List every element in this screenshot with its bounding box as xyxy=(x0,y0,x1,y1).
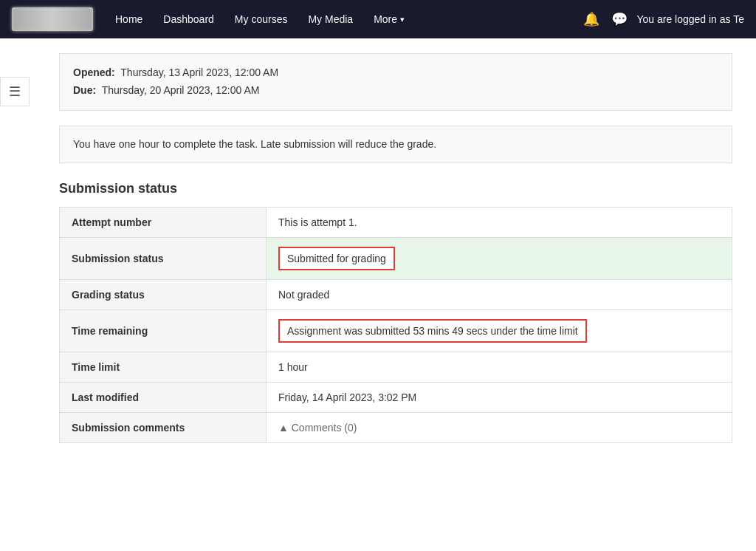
table-row: Grading status Not graded xyxy=(60,279,732,309)
row-label-last-modified: Last modified xyxy=(60,382,267,412)
row-value-grading-status: Not graded xyxy=(267,279,732,309)
table-row: Time remaining Assignment was submitted … xyxy=(60,309,732,352)
opened-row: Opened: Thursday, 13 April 2023, 12:00 A… xyxy=(73,64,718,82)
row-label-grading-status: Grading status xyxy=(60,279,267,309)
row-label-submission-comments: Submission comments xyxy=(60,412,267,442)
chevron-down-icon: ▾ xyxy=(400,15,405,24)
row-label-time-limit: Time limit xyxy=(60,352,267,382)
hamburger-icon: ☰ xyxy=(9,83,21,100)
row-value-time-remaining: Assignment was submitted 53 mins 49 secs… xyxy=(267,309,732,352)
row-value-last-modified: Friday, 14 April 2023, 3:02 PM xyxy=(267,382,732,412)
navbar-right: 🔔 💬 You are logged in as Te xyxy=(580,8,744,30)
row-label-attempt-number: Attempt number xyxy=(60,207,267,237)
notification-icon[interactable]: 🔔 xyxy=(580,8,602,30)
table-row: Last modified Friday, 14 April 2023, 3:0… xyxy=(60,382,732,412)
submission-status-table: Attempt number This is attempt 1. Submis… xyxy=(59,207,732,443)
message-icon[interactable]: 💬 xyxy=(608,8,630,30)
nav-dashboard[interactable]: Dashboard xyxy=(153,0,224,38)
user-text: You are logged in as Te xyxy=(636,13,744,25)
submission-section-heading: Submission status xyxy=(59,181,732,196)
nav-more[interactable]: More ▾ xyxy=(363,0,415,38)
navbar: Home Dashboard My courses My Media More … xyxy=(0,0,756,38)
row-value-time-limit: 1 hour xyxy=(267,352,732,382)
notice-box: You have one hour to complete the task. … xyxy=(59,126,732,163)
row-label-submission-status: Submission status xyxy=(60,237,267,279)
opened-label: Opened: xyxy=(73,66,115,78)
main-content: ☰ Opened: Thursday, 13 April 2023, 12:00… xyxy=(0,38,756,551)
due-value: Thursday, 20 April 2023, 12:00 AM xyxy=(102,84,260,96)
table-row: Submission status Submitted for grading xyxy=(60,237,732,279)
row-value-submission-status: Submitted for grading xyxy=(267,237,732,279)
submitted-for-grading-badge: Submitted for grading xyxy=(278,247,395,270)
notice-text: You have one hour to complete the task. … xyxy=(73,138,436,150)
row-value-attempt-number: This is attempt 1. xyxy=(267,207,732,237)
due-row: Due: Thursday, 20 April 2023, 12:00 AM xyxy=(73,82,718,100)
table-row: Attempt number This is attempt 1. xyxy=(60,207,732,237)
sidebar-toggle-button[interactable]: ☰ xyxy=(0,77,30,106)
nav-home[interactable]: Home xyxy=(105,0,153,38)
opened-value: Thursday, 13 April 2023, 12:00 AM xyxy=(120,66,278,78)
row-label-time-remaining: Time remaining xyxy=(60,309,267,352)
submission-comments-value: ▲ Comments (0) xyxy=(278,422,357,434)
time-remaining-value: Assignment was submitted 53 mins 49 secs… xyxy=(278,319,587,343)
table-row: Submission comments ▲ Comments (0) xyxy=(60,412,732,442)
nav-my-courses[interactable]: My courses xyxy=(224,0,298,38)
content-area: Opened: Thursday, 13 April 2023, 12:00 A… xyxy=(35,38,756,458)
table-row: Time limit 1 hour xyxy=(60,352,732,382)
date-info-box: Opened: Thursday, 13 April 2023, 12:00 A… xyxy=(59,53,732,111)
nav-my-media[interactable]: My Media xyxy=(298,0,363,38)
row-value-submission-comments: ▲ Comments (0) xyxy=(267,412,732,442)
logo xyxy=(12,7,93,31)
due-label: Due: xyxy=(73,84,96,96)
